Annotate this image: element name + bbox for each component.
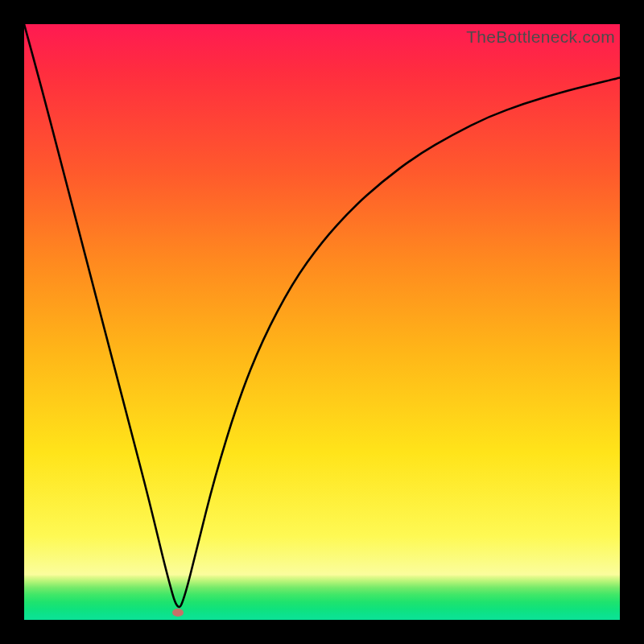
- plot-area: TheBottleneck.com: [24, 24, 620, 620]
- bottleneck-curve: [24, 24, 620, 620]
- optimal-marker: [172, 609, 184, 617]
- curve-path: [24, 24, 620, 607]
- chart-frame: TheBottleneck.com: [0, 0, 644, 644]
